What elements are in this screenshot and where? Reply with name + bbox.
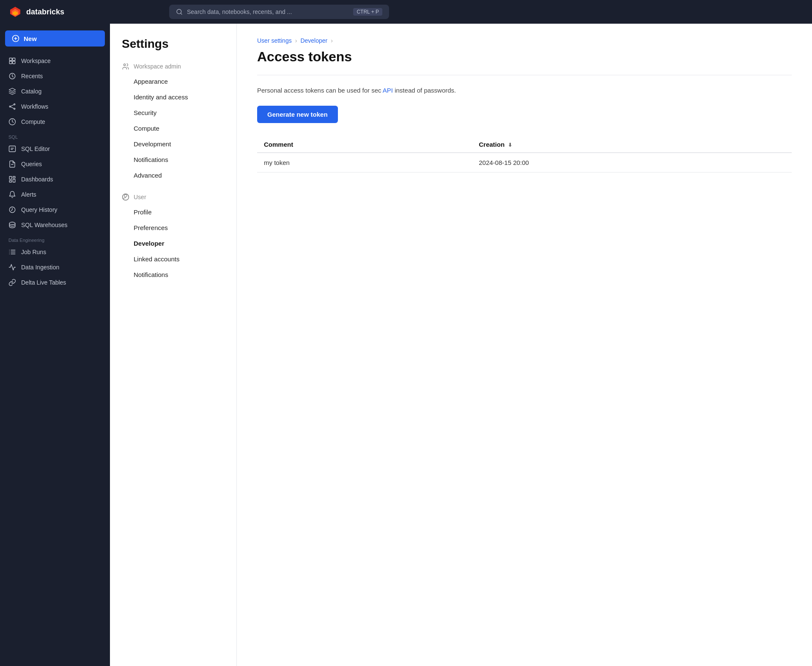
generate-token-button[interactable]: Generate new token xyxy=(257,106,338,123)
column-creation: Creation ⬇ xyxy=(472,137,792,153)
breadcrumb-user-settings[interactable]: User settings xyxy=(257,37,292,44)
settings-item-notifications-admin[interactable]: Notifications xyxy=(122,152,225,167)
workspace-admin-icon xyxy=(122,63,129,70)
content-title: Access tokens xyxy=(257,49,792,65)
svg-point-34 xyxy=(124,64,126,66)
svg-rect-11 xyxy=(13,61,15,64)
content-area: User settings › Developer › Access token… xyxy=(237,24,812,666)
settings-item-preferences[interactable]: Preferences xyxy=(122,220,225,236)
sidebar-item-workflows[interactable]: Workflows xyxy=(0,99,110,114)
workspace-admin-header: Workspace admin xyxy=(122,63,225,70)
sidebar-item-catalog[interactable]: Catalog xyxy=(0,84,110,99)
sidebar-item-compute[interactable]: Compute xyxy=(0,114,110,129)
sidebar-label-sql-editor: SQL Editor xyxy=(21,145,50,152)
user-section-header: User xyxy=(122,193,225,201)
svg-line-16 xyxy=(11,105,14,107)
logo-text: databricks xyxy=(26,8,64,16)
settings-item-profile[interactable]: Profile xyxy=(122,204,225,220)
breadcrumb: User settings › Developer › xyxy=(257,37,792,44)
sidebar-label-data-ingestion: Data Ingestion xyxy=(21,264,59,271)
sql-editor-icon xyxy=(8,145,16,153)
alerts-icon xyxy=(8,191,16,198)
sidebar-item-recents[interactable]: Recents xyxy=(0,69,110,84)
sidebar-item-dashboards[interactable]: Dashboards xyxy=(0,172,110,187)
de-section-label: Data Engineering xyxy=(0,233,110,244)
svg-rect-8 xyxy=(9,58,12,60)
table-row: my token 2024-08-15 20:00 xyxy=(257,153,792,173)
main-layout: New Workspace Recents Catalog xyxy=(0,24,812,666)
queries-icon xyxy=(8,160,16,168)
catalog-icon xyxy=(8,88,16,95)
search-bar[interactable]: Search data, notebooks, recents, and ...… xyxy=(169,5,389,19)
sidebar-label-sql-warehouses: SQL Warehouses xyxy=(21,222,67,228)
svg-rect-24 xyxy=(13,179,15,182)
sidebar-item-alerts[interactable]: Alerts xyxy=(0,187,110,202)
token-creation: 2024-08-15 20:00 xyxy=(472,153,792,173)
svg-line-17 xyxy=(11,107,14,109)
breadcrumb-developer[interactable]: Developer xyxy=(300,37,327,44)
sidebar-label-queries: Queries xyxy=(21,161,42,167)
workspace-admin-label: Workspace admin xyxy=(134,63,181,70)
content-description: Personal access tokens can be used for s… xyxy=(257,85,511,96)
compute-icon xyxy=(8,118,16,126)
sidebar-item-data-ingestion[interactable]: Data Ingestion xyxy=(0,260,110,275)
sidebar-label-workspace: Workspace xyxy=(21,58,51,64)
token-comment: my token xyxy=(257,153,472,173)
new-button[interactable]: New xyxy=(5,30,105,47)
settings-item-linked-accounts[interactable]: Linked accounts xyxy=(122,251,225,267)
sidebar-label-dashboards: Dashboards xyxy=(21,176,53,183)
topbar: databricks Search data, notebooks, recen… xyxy=(0,0,812,24)
databricks-logo-icon xyxy=(8,5,22,19)
settings-item-developer[interactable]: Developer xyxy=(122,236,225,251)
settings-item-notifications-user[interactable]: Notifications xyxy=(122,267,225,282)
workflows-icon xyxy=(8,103,16,110)
query-history-icon xyxy=(8,206,16,214)
plus-circle-icon xyxy=(12,35,19,42)
settings-item-appearance[interactable]: Appearance xyxy=(122,74,225,89)
svg-rect-9 xyxy=(13,58,15,60)
sidebar-label-alerts: Alerts xyxy=(21,191,36,198)
settings-item-advanced[interactable]: Advanced xyxy=(122,167,225,183)
svg-rect-18 xyxy=(9,146,16,152)
sidebar-label-catalog: Catalog xyxy=(21,88,41,95)
workspace-icon xyxy=(8,57,16,65)
search-icon xyxy=(176,8,183,15)
svg-rect-23 xyxy=(13,176,15,178)
sidebar-item-sql-warehouses[interactable]: SQL Warehouses xyxy=(0,217,110,233)
api-link[interactable]: API xyxy=(383,87,393,94)
settings-panel: Settings Workspace admin Appearance Iden… xyxy=(110,24,237,666)
svg-rect-22 xyxy=(9,176,11,179)
sidebar-label-delta-live-tables: Delta Live Tables xyxy=(21,279,66,286)
search-placeholder: Search data, notebooks, recents, and ... xyxy=(187,8,292,15)
user-section-icon xyxy=(122,193,129,201)
svg-rect-25 xyxy=(9,181,11,182)
sidebar-item-delta-live-tables[interactable]: Delta Live Tables xyxy=(0,275,110,290)
sidebar-item-queries[interactable]: Queries xyxy=(0,156,110,172)
sql-warehouses-icon xyxy=(8,221,16,229)
sql-section-label: SQL xyxy=(0,129,110,141)
dashboards-icon xyxy=(8,175,16,183)
search-shortcut: CTRL + P xyxy=(353,8,382,16)
sidebar-label-workflows: Workflows xyxy=(21,103,48,110)
settings-item-identity-access[interactable]: Identity and access xyxy=(122,89,225,105)
new-button-label: New xyxy=(24,35,37,42)
settings-item-compute[interactable]: Compute xyxy=(122,121,225,136)
data-ingestion-icon xyxy=(8,263,16,271)
breadcrumb-sep-2: › xyxy=(331,37,333,44)
sort-icon[interactable]: ⬇ xyxy=(508,142,512,148)
sidebar-item-sql-editor[interactable]: SQL Editor xyxy=(0,141,110,156)
sidebar-label-recents: Recents xyxy=(21,73,43,79)
settings-item-development[interactable]: Development xyxy=(122,136,225,152)
sidebar-label-compute: Compute xyxy=(21,118,45,125)
content-divider xyxy=(257,75,792,75)
svg-line-4 xyxy=(181,13,182,14)
job-runs-icon xyxy=(8,248,16,256)
sidebar-label-query-history: Query History xyxy=(21,206,58,213)
breadcrumb-sep-1: › xyxy=(295,37,297,44)
sidebar-item-query-history[interactable]: Query History xyxy=(0,202,110,217)
logo-area: databricks xyxy=(8,5,93,19)
settings-title: Settings xyxy=(122,37,225,51)
sidebar-item-job-runs[interactable]: Job Runs xyxy=(0,244,110,260)
settings-item-security[interactable]: Security xyxy=(122,105,225,121)
sidebar-item-workspace[interactable]: Workspace xyxy=(0,53,110,69)
